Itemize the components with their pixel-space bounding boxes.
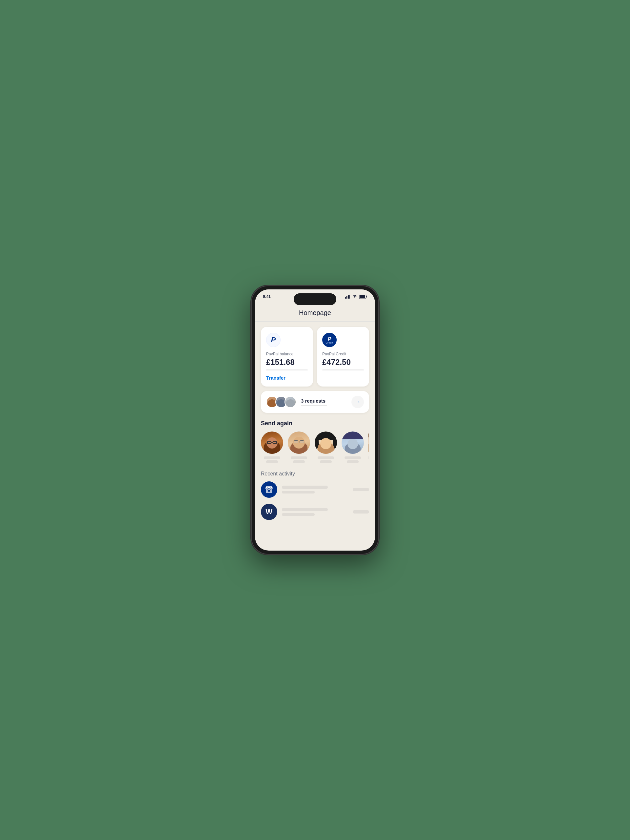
credit-text: Credit [325, 341, 333, 344]
paypal-credit-bar [322, 369, 364, 371]
send-avatar-1 [261, 431, 283, 454]
activity-item-1[interactable] [261, 482, 369, 498]
svg-rect-2 [348, 295, 349, 298]
credit-logo-inner: P Credit [325, 336, 333, 344]
send-name-bar-1 [264, 456, 280, 459]
status-icons [345, 295, 367, 298]
requests-arrow-button[interactable]: → [351, 396, 364, 408]
send-person-2[interactable] [288, 431, 310, 463]
send-again-row [261, 431, 369, 463]
paypal-balance-card[interactable]: P PayPal balance £151.68 Transfer [261, 327, 313, 387]
activity-lines-2 [282, 508, 353, 516]
send-person-4[interactable] [341, 431, 364, 463]
balance-cards-row: P PayPal balance £151.68 Transfer P Cred… [261, 327, 369, 387]
activity-line2-2 [282, 513, 315, 516]
time-display: 9:41 [263, 294, 271, 299]
dynamic-island [294, 293, 336, 305]
activity-icon-1 [261, 482, 277, 498]
requests-text: 3 requests [301, 398, 351, 406]
paypal-credit-amount: £472.50 [322, 358, 364, 367]
send-name-bar2-3 [320, 460, 332, 463]
svg-rect-0 [345, 297, 346, 298]
transfer-button[interactable]: Transfer [266, 375, 308, 381]
scroll-content[interactable]: Homepage P PayPal balance £151.68 Transf… [255, 304, 375, 551]
requests-card[interactable]: 3 requests → [261, 391, 369, 413]
requests-count: 3 requests [301, 398, 351, 404]
battery-icon [359, 295, 367, 298]
paypal-balance-bar [266, 369, 308, 371]
shop-icon [265, 485, 273, 494]
wifi-icon [352, 295, 357, 298]
svg-rect-5 [360, 295, 365, 298]
paypal-credit-label: PayPal Credit [322, 352, 364, 356]
send-avatar-5 [368, 431, 369, 454]
send-avatar-3 [315, 431, 337, 454]
request-avatars [266, 396, 296, 408]
signal-icon [345, 295, 350, 298]
activity-item-2[interactable]: W [261, 504, 369, 520]
w-initial-icon: W [266, 508, 273, 516]
send-person-1[interactable] [261, 431, 283, 463]
send-name-bar2-1 [266, 460, 278, 463]
send-again-title: Send again [261, 420, 369, 427]
activity-amount-1 [353, 488, 369, 491]
activity-lines-1 [282, 486, 353, 494]
send-name-bar-2 [291, 456, 307, 459]
request-avatar-3 [284, 396, 296, 408]
arrow-icon: → [355, 399, 361, 406]
svg-rect-7 [268, 490, 270, 491]
title-divider [255, 321, 375, 322]
paypal-balance-label: PayPal balance [266, 352, 308, 356]
paypal-logo: P [266, 333, 281, 347]
send-name-bar-4 [344, 456, 361, 459]
activity-line1-1 [282, 486, 328, 489]
activity-amount-2 [353, 510, 369, 513]
paypal-credit-card[interactable]: P Credit PayPal Credit £472.50 [317, 327, 369, 387]
paypal-balance-amount: £151.68 [266, 358, 308, 367]
credit-logo: P Credit [322, 333, 337, 347]
activity-line1-2 [282, 508, 328, 511]
phone-screen: 9:41 [255, 289, 375, 551]
activity-icon-2: W [261, 504, 277, 520]
send-name-bar2-4 [347, 460, 358, 463]
paypal-p-icon: P [271, 336, 276, 344]
recent-activity-title: Recent activity [261, 471, 369, 477]
send-name-bar-3 [317, 456, 334, 459]
requests-bar [301, 405, 327, 406]
send-name-bar-5 [368, 456, 369, 459]
send-person-5[interactable] [368, 431, 369, 463]
send-name-bar2-2 [293, 460, 305, 463]
svg-rect-3 [349, 295, 351, 298]
svg-rect-6 [366, 296, 367, 298]
activity-line2-1 [282, 491, 315, 494]
svg-rect-1 [346, 296, 347, 298]
page-title: Homepage [261, 304, 369, 321]
send-avatar-2 [288, 431, 310, 454]
phone-frame: 9:41 [251, 286, 379, 554]
send-person-3[interactable] [315, 431, 337, 463]
send-avatar-4 [341, 431, 364, 454]
